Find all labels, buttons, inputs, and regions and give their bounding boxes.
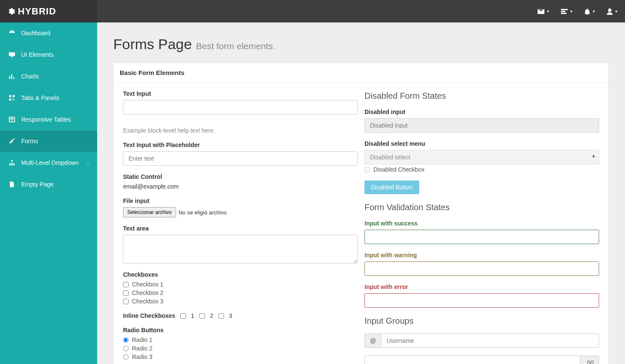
file-icon bbox=[8, 181, 15, 188]
svg-rect-4 bbox=[9, 52, 15, 56]
brand-text: HYBRID bbox=[18, 6, 56, 17]
radio-2[interactable] bbox=[123, 346, 129, 351]
placeholder-input[interactable] bbox=[123, 151, 358, 166]
checkbox-label: Checkbox 3 bbox=[132, 298, 163, 305]
sidebar-item-charts[interactable]: Charts bbox=[0, 66, 97, 87]
sidebar-item-dashboard[interactable]: Dashboard bbox=[0, 22, 97, 44]
sidebar-item-label: Responsive Tables bbox=[21, 116, 71, 123]
disabled-checkbox bbox=[364, 167, 370, 172]
svg-rect-19 bbox=[11, 164, 12, 165]
validation-section-title: Form Validation States bbox=[364, 203, 599, 212]
static-control-value: email@example.com bbox=[123, 183, 358, 190]
disabled-checkbox-label: Disabled Checkbox bbox=[373, 166, 425, 173]
svg-rect-17 bbox=[11, 160, 12, 161]
textarea-label: Text area bbox=[123, 225, 358, 232]
text-input[interactable] bbox=[123, 100, 358, 114]
chevron-left-icon: ‹ bbox=[87, 161, 89, 165]
file-status-text: No se eligió archivo bbox=[179, 209, 227, 216]
checkbox-1[interactable] bbox=[123, 282, 129, 287]
svg-rect-5 bbox=[11, 56, 13, 57]
svg-rect-20 bbox=[13, 164, 14, 165]
radio-3[interactable] bbox=[123, 354, 129, 360]
svg-rect-8 bbox=[13, 77, 14, 79]
brand[interactable]: HYBRID bbox=[0, 0, 97, 22]
inline-checkbox-3[interactable] bbox=[219, 313, 224, 319]
svg-rect-2 bbox=[561, 13, 566, 14]
success-label: Input with success bbox=[364, 220, 599, 227]
bell-icon bbox=[584, 8, 590, 15]
caret-down-icon: ▾ bbox=[593, 9, 595, 14]
disabled-section-title: Disabled Form States bbox=[364, 91, 599, 101]
panel-title: Basic Form Elements bbox=[114, 63, 608, 83]
success-input[interactable] bbox=[364, 230, 599, 244]
svg-rect-12 bbox=[13, 99, 14, 100]
inline-checkbox-1[interactable] bbox=[180, 313, 186, 319]
sidebar-item-empty[interactable]: Empty Page bbox=[0, 174, 97, 195]
sidebar-item-label: UI Elements bbox=[21, 51, 53, 58]
sidebar-item-label: Tabs & Panels bbox=[21, 94, 59, 101]
static-control-label: Static Control bbox=[123, 173, 358, 180]
inline-checkbox-2[interactable] bbox=[199, 313, 205, 319]
caret-down-icon: ▾ bbox=[615, 9, 617, 14]
sitemap-icon bbox=[8, 159, 15, 166]
tasks-icon bbox=[561, 9, 568, 14]
user-dropdown[interactable]: ▾ bbox=[607, 8, 617, 15]
checkbox-label: Checkbox 2 bbox=[132, 289, 163, 296]
tasks-dropdown[interactable]: ▾ bbox=[561, 9, 572, 14]
desktop-icon bbox=[8, 51, 15, 58]
svg-rect-13 bbox=[14, 100, 14, 100]
svg-rect-0 bbox=[561, 9, 568, 10]
sidebar-item-forms[interactable]: Forms bbox=[0, 131, 97, 152]
caret-down-icon: ▾ bbox=[570, 9, 572, 14]
file-select-button[interactable]: Seleccionar archivo bbox=[123, 207, 176, 217]
addon-suffix: .00 bbox=[580, 356, 599, 364]
placeholder-input-label: Text Input with Placeholder bbox=[123, 142, 358, 148]
textarea-input[interactable] bbox=[123, 235, 358, 264]
svg-rect-10 bbox=[13, 95, 15, 97]
sidebar-item-label: Dashboard bbox=[21, 30, 50, 36]
alerts-dropdown[interactable]: ▾ bbox=[584, 8, 595, 15]
checkbox-3[interactable] bbox=[123, 299, 129, 304]
sidebar-item-tabs-panels[interactable]: Tabs & Panels bbox=[0, 87, 97, 109]
svg-rect-6 bbox=[9, 76, 10, 79]
radio-label: Radio 3 bbox=[132, 353, 152, 360]
svg-rect-1 bbox=[561, 11, 565, 12]
svg-rect-11 bbox=[9, 99, 11, 101]
svg-rect-9 bbox=[9, 95, 11, 97]
warning-label: Input with warning bbox=[364, 252, 599, 258]
inline-checkbox-label: 2 bbox=[210, 312, 213, 319]
mail-dropdown[interactable]: ▾ bbox=[538, 9, 549, 14]
warning-input[interactable] bbox=[364, 261, 599, 276]
chart-icon bbox=[8, 73, 15, 80]
svg-rect-7 bbox=[11, 74, 12, 79]
inline-checkboxes-label: Inline Checkboxes bbox=[123, 312, 175, 319]
inline-checkbox-label: 1 bbox=[191, 312, 194, 319]
input-groups-title: Input Groups bbox=[364, 316, 599, 326]
dashboard-icon bbox=[8, 30, 15, 36]
help-text: Example block-level help text here. bbox=[123, 127, 358, 134]
radios-label: Radio Buttons bbox=[123, 327, 358, 333]
page-subtitle: Best form elements. bbox=[196, 41, 275, 51]
envelope-icon bbox=[538, 9, 544, 14]
disabled-input bbox=[364, 118, 599, 133]
radio-label: Radio 1 bbox=[132, 336, 152, 343]
svg-point-3 bbox=[608, 8, 611, 12]
disabled-input-label: Disabled input bbox=[364, 108, 599, 115]
sidebar-item-multilevel[interactable]: Multi-Level Dropdown ‹ bbox=[0, 152, 97, 174]
suffix-input[interactable] bbox=[364, 356, 580, 364]
sidebar-item-tables[interactable]: Responsive Tables bbox=[0, 109, 97, 131]
table-icon bbox=[8, 116, 15, 123]
user-icon bbox=[607, 8, 613, 15]
sidebar-item-label: Forms bbox=[21, 138, 38, 144]
checkboxes-label: Checkboxes bbox=[123, 271, 358, 278]
error-input[interactable] bbox=[364, 293, 599, 308]
qrcode-icon bbox=[8, 94, 15, 101]
checkbox-2[interactable] bbox=[123, 290, 129, 296]
disabled-select-label: Disabled select menu bbox=[364, 140, 599, 147]
username-input[interactable] bbox=[381, 333, 599, 348]
edit-icon bbox=[8, 138, 15, 144]
radio-1[interactable] bbox=[123, 337, 129, 343]
disabled-select: Disabled select bbox=[364, 150, 599, 164]
sidebar-item-ui-elements[interactable]: UI Elements bbox=[0, 44, 97, 66]
radio-label: Radio 2 bbox=[132, 345, 152, 352]
